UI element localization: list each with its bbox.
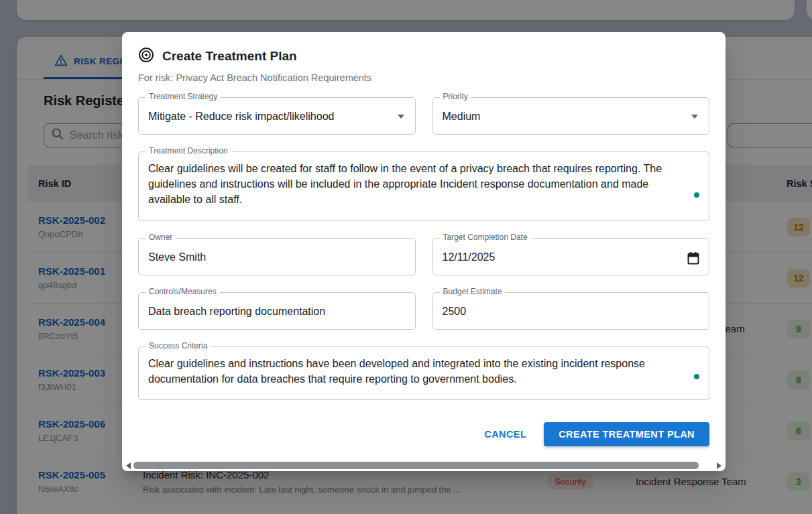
treatment-strategy-select[interactable]: Treatment Strategy Mitigate - Reduce ris… <box>138 97 416 135</box>
grammar-dot-icon <box>694 374 699 379</box>
grammar-dot-icon <box>694 192 699 198</box>
app-window: RISK REGISTER Risk Register Risk ID Ri <box>0 0 812 514</box>
treatment-strategy-label: Treatment Strategy <box>146 92 221 101</box>
target-completion-date-value: 12/11/2025 <box>443 249 496 265</box>
target-completion-date-field[interactable]: Target Completion Date 12/11/2025 <box>432 238 710 275</box>
owner-label: Owner <box>146 233 176 242</box>
success-criteria-label: Success Criteria <box>146 341 211 350</box>
owner-value: Steve Smith <box>148 249 206 265</box>
priority-value: Medium <box>443 109 481 124</box>
controls-measures-label: Controls/Measures <box>146 287 220 296</box>
treatment-description-label: Treatment Description <box>146 146 231 155</box>
treatment-plan-form: Treatment Strategy Mitigate - Reduce ris… <box>122 83 726 400</box>
budget-estimate-value: 2500 <box>443 304 467 319</box>
chevron-down-icon[interactable] <box>398 115 404 119</box>
scroll-arrow-right-icon[interactable] <box>717 462 721 469</box>
target-icon <box>138 47 154 66</box>
success-criteria-textarea[interactable]: Success Criteria Clear guidelines and in… <box>138 346 709 400</box>
cancel-button[interactable]: CANCEL <box>477 423 533 446</box>
dialog-title: Create Treatment Plan <box>162 49 297 64</box>
calendar-icon[interactable] <box>687 251 699 267</box>
scrollbar-thumb[interactable] <box>133 462 699 469</box>
treatment-strategy-value: Mitigate - Reduce risk impact/likelihood <box>148 109 334 124</box>
horizontal-scrollbar[interactable] <box>125 460 723 470</box>
priority-select[interactable]: Priority Medium <box>432 97 710 135</box>
treatment-description-textarea[interactable]: Treatment Description Clear guidelines w… <box>138 151 709 221</box>
budget-estimate-field[interactable]: Budget Estimate 2500 <box>432 292 710 330</box>
create-treatment-plan-button[interactable]: CREATE TREATMENT PLAN <box>544 422 709 446</box>
target-completion-date-label: Target Completion Date <box>440 233 531 242</box>
chevron-down-icon[interactable] <box>691 115 698 119</box>
budget-estimate-label: Budget Estimate <box>440 287 506 296</box>
dialog-subtitle: For risk: Privacy Act Breach Notificatio… <box>122 66 726 83</box>
dialog-header: Create Treatment Plan <box>122 32 726 66</box>
success-criteria-value: Clear guidelines and instructions have b… <box>148 356 685 387</box>
treatment-description-value: Clear guidelines will be created for sta… <box>148 161 685 207</box>
owner-field[interactable]: Owner Steve Smith <box>138 238 416 275</box>
controls-measures-field[interactable]: Controls/Measures Data breach reporting … <box>138 292 416 330</box>
dialog-actions: CANCEL CREATE TREATMENT PLAN <box>122 420 726 446</box>
scroll-arrow-left-icon[interactable] <box>126 462 131 469</box>
priority-label: Priority <box>440 92 471 101</box>
controls-measures-value: Data breach reporting documentation <box>148 304 325 319</box>
create-treatment-plan-dialog: Create Treatment Plan For risk: Privacy … <box>122 32 726 471</box>
